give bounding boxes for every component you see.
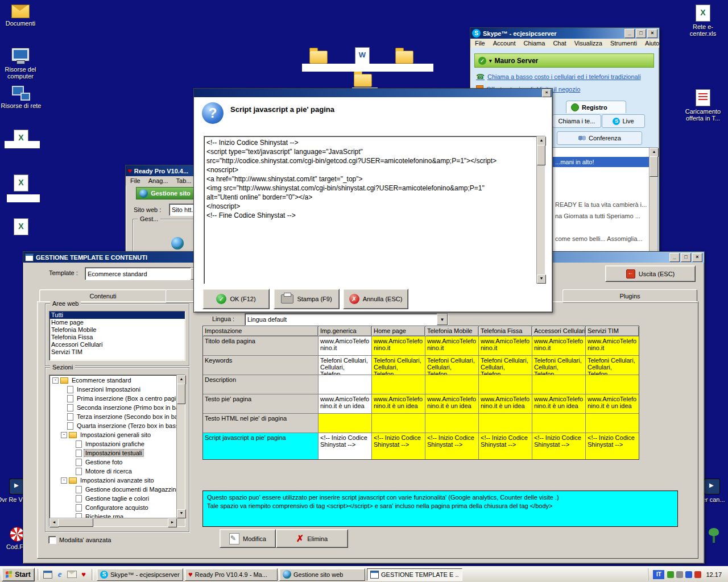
desktop-icon[interactable]	[383, 47, 426, 64]
tree-item[interactable]: Richieste rma	[50, 512, 176, 518]
template-select[interactable]: Ecommerce standard ▼	[85, 267, 202, 280]
scroll-up-icon[interactable]: ▲	[650, 148, 659, 157]
taskbar-task[interactable]: SSkype™ - ecjesipcserver	[97, 568, 183, 581]
tree-item[interactable]: Gestione taglie e colori	[50, 494, 176, 503]
desktop-icon[interactable]	[341, 47, 384, 64]
setting-cell[interactable]	[372, 375, 425, 394]
tree-item[interactable]: Impostazioni grafiche	[50, 439, 176, 448]
minimize-button[interactable]: _	[669, 253, 680, 262]
menu-item[interactable]: File	[475, 40, 485, 47]
tree-item[interactable]: Configuratore acquisto	[50, 503, 176, 512]
tab-registro[interactable]: Registro	[566, 101, 626, 113]
start-button[interactable]: Start	[2, 568, 35, 581]
desktop-icon[interactable]: Documenti	[0, 5, 42, 27]
aree-web-item[interactable]: Accessori Cellulari	[49, 341, 185, 348]
setting-cell[interactable]	[372, 414, 425, 433]
close-button[interactable]: ×	[647, 29, 657, 38]
setting-row-label[interactable]: Description	[203, 375, 318, 394]
close-button[interactable]: ×	[692, 253, 702, 262]
setting-cell[interactable]: <!-- Inizio Codice Shinystat -->	[532, 433, 585, 459]
annulla-button[interactable]: ✗ Annulla (ESC)	[343, 289, 408, 309]
tree-item[interactable]: Prima inserzione (Box a centro pagina)	[50, 394, 176, 403]
menu-item[interactable]: Chiama	[523, 40, 545, 47]
setting-cell[interactable]: www.AmicoTelefonino.it	[372, 336, 425, 355]
setting-cell[interactable]: <!-- Inizio Codice Shinystat -->	[479, 433, 532, 459]
setting-row-label[interactable]: Testo HTML nel pie' di pagina	[203, 414, 318, 433]
setting-row-label[interactable]: Script javascript a pie' pagina	[203, 433, 318, 459]
sezioni-treebox[interactable]: -Ecommerce standardInserzioni Impostazio…	[49, 375, 185, 527]
tree-expander-icon[interactable]: -	[61, 432, 67, 438]
setting-row-label[interactable]: Testo pie' pagina	[203, 394, 318, 413]
gestione-sito-button[interactable]: Gestione sito	[136, 187, 194, 199]
scrollbar[interactable]: ▲ ▼	[536, 136, 545, 284]
ok-button[interactable]: ✓ OK (F12)	[202, 289, 270, 309]
menu-item[interactable]: Account	[493, 40, 516, 47]
tray-icon[interactable]	[667, 571, 674, 578]
setting-cell[interactable]	[425, 375, 478, 394]
tree-item[interactable]: -Ecommerce standard	[50, 376, 176, 385]
modifica-button[interactable]: Modifica	[220, 529, 276, 548]
tray-icon[interactable]	[676, 571, 683, 578]
setting-row-label[interactable]: Keywords	[203, 356, 318, 375]
setting-cell[interactable]: <!-- Inizio Codice Shinystat -->	[372, 433, 425, 459]
scroll-down-icon[interactable]: ▼	[177, 509, 186, 518]
setting-cell[interactable]: www.AmicoTelefonino.it	[318, 336, 371, 355]
setting-cell[interactable]: <!-- Inizio Codice Shinystat -->	[586, 433, 639, 459]
tray-icon[interactable]	[685, 571, 692, 578]
scrollbar[interactable]: ▲ ▼	[649, 148, 657, 260]
menu-item[interactable]: File	[130, 177, 140, 184]
tree-item[interactable]: Gestione foto	[50, 458, 176, 467]
skype-user-bar[interactable]: ✓ ▾ Mauro Server	[474, 53, 654, 68]
setting-cell[interactable]: www.AmicoTelefonino.it è un idea ...	[318, 394, 371, 413]
setting-cell[interactable]: Telefoni Cellulari, Cellulari, Telefon..…	[479, 356, 532, 375]
setting-cell[interactable]: www.AmicoTelefonino.it è un idea ...	[532, 394, 585, 413]
menu-item[interactable]: Aiuto	[645, 40, 659, 47]
skype-titlebar[interactable]: S Skype™ - ecjesipcserver _ □ ×	[470, 28, 659, 39]
aree-web-item[interactable]: Tutti	[49, 311, 185, 319]
tree-expander-icon[interactable]: -	[52, 377, 59, 384]
setting-cell[interactable]	[586, 375, 639, 394]
scrollbar[interactable]: ▲ ▼	[176, 375, 185, 518]
scroll-left-icon[interactable]: ◄	[49, 518, 59, 527]
setting-cell[interactable]: Telefoni Cellulari, Cellulari, Telefon..…	[318, 356, 371, 375]
skype-banner-link[interactable]: ☎ Chiama a basso costo i cellulari ed i …	[476, 73, 653, 81]
setting-row-label[interactable]: Titolo della pagina	[203, 336, 318, 355]
aree-web-item[interactable]: Servizi TIM	[49, 348, 185, 356]
tray-icon[interactable]	[694, 571, 701, 578]
taskbar-task[interactable]: ♥Ready Pro V10.4.9 - Ma...	[185, 568, 278, 581]
desktop-icon[interactable]	[0, 218, 43, 235]
internet-explorer-icon[interactable]: e	[55, 569, 65, 580]
desktop-icon[interactable]	[341, 70, 384, 87]
setting-cell[interactable]	[318, 414, 371, 433]
menu-item[interactable]: Tab...	[176, 177, 192, 184]
setting-cell[interactable]	[532, 414, 585, 433]
mail-icon[interactable]	[67, 569, 77, 580]
tree-item[interactable]: -Impostazioni avanzate sito	[50, 476, 176, 485]
tree-item[interactable]: -Impostazioni generali sito	[50, 430, 176, 439]
setting-cell[interactable]: <!-- Inizio Codice Shinystat -->	[318, 433, 371, 459]
aree-web-item[interactable]: Telefonia Fissa	[49, 334, 185, 341]
scroll-up-icon[interactable]: ▲	[177, 375, 186, 384]
tree-item[interactable]: Motore di ricerca	[50, 467, 176, 476]
maximize-button[interactable]: □	[681, 253, 691, 262]
scrollbar[interactable]: ◄ ►	[49, 518, 177, 526]
readypro-quicklaunch-icon[interactable]: ♥	[78, 569, 89, 580]
scroll-down-icon[interactable]: ▼	[537, 275, 546, 284]
tree-item[interactable]: Inserzioni Impostazioni	[50, 385, 176, 394]
language-indicator[interactable]: IT	[653, 570, 664, 579]
tree-item[interactable]: Terza inserzione (Secondo box in basso)	[50, 412, 176, 421]
aree-web-item[interactable]: Home page	[49, 319, 185, 326]
scroll-thumb[interactable]	[58, 518, 93, 527]
taskbar-task[interactable]: Gestione sito web	[279, 568, 365, 581]
dialog-titlebar[interactable]: ×	[194, 89, 552, 97]
desktop-icon[interactable]: Rete e-center.xls	[681, 5, 725, 37]
scroll-thumb[interactable]	[650, 156, 658, 177]
scroll-thumb[interactable]	[177, 384, 185, 404]
setting-cell[interactable]: Telefoni Cellulari, Cellulari, Telefon..…	[586, 356, 639, 375]
elimina-button[interactable]: ✗ Elimina	[276, 529, 348, 548]
aree-web-listbox[interactable]: TuttiHome pageTelefonia MobileTelefonia …	[49, 311, 185, 361]
conferenza-button[interactable]: Conferenza	[557, 131, 642, 145]
lingua-select[interactable]: Lingua default ▼	[245, 313, 448, 326]
tree-item[interactable]: Impostazioni testuali	[50, 448, 176, 458]
menu-item[interactable]: Chat	[553, 40, 566, 47]
